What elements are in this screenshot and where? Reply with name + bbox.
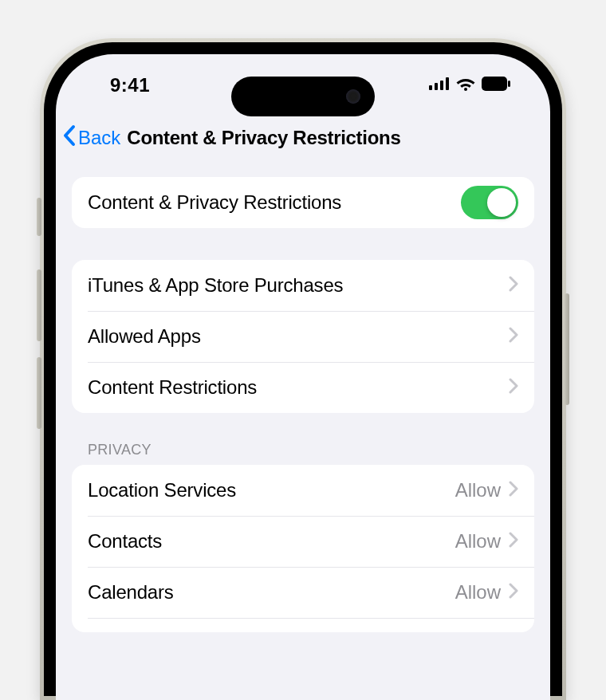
chevron-right-icon [509, 276, 518, 295]
svg-rect-1 [435, 83, 438, 90]
chevron-left-icon [62, 124, 77, 151]
side-button-volume-up [37, 269, 41, 341]
toggle-section: Content & Privacy Restrictions [72, 177, 534, 228]
row-value: Allow [455, 530, 501, 553]
itunes-purchases-row[interactable]: iTunes & App Store Purchases [72, 260, 534, 311]
svg-rect-3 [446, 77, 449, 90]
content-restrictions-row[interactable]: Content Restrictions [72, 362, 534, 413]
row-label: Allowed Apps [88, 325, 509, 348]
svg-point-4 [464, 88, 467, 91]
row-label: Content Restrictions [88, 376, 509, 399]
side-button-power [565, 293, 569, 405]
contacts-row[interactable]: Contacts Allow [72, 516, 534, 567]
chevron-right-icon [509, 481, 518, 500]
page-title: Content & Privacy Restrictions [127, 127, 400, 149]
chevron-right-icon [509, 532, 518, 551]
restrictions-section: iTunes & App Store Purchases Allowed App… [72, 260, 534, 413]
content-privacy-toggle-row[interactable]: Content & Privacy Restrictions [72, 177, 534, 228]
allowed-apps-row[interactable]: Allowed Apps [72, 311, 534, 362]
row-label: Location Services [88, 479, 455, 501]
front-camera-icon [346, 89, 360, 104]
back-label: Back [78, 127, 120, 149]
location-services-row[interactable]: Location Services Allow [72, 465, 534, 516]
svg-rect-0 [429, 85, 432, 90]
row-label: iTunes & App Store Purchases [88, 274, 509, 297]
partial-row [72, 618, 534, 632]
side-button-volume-down [37, 357, 41, 429]
wifi-icon [456, 77, 475, 94]
chevron-right-icon [509, 378, 518, 397]
calendars-row[interactable]: Calendars Allow [72, 567, 534, 618]
phone-screen: 9:41 [56, 54, 550, 700]
navigation-bar: Back Content & Privacy Restrictions [56, 116, 550, 158]
row-value: Allow [455, 581, 501, 604]
chevron-right-icon [509, 583, 518, 602]
status-indicators [429, 77, 510, 94]
svg-rect-5 [482, 77, 507, 91]
battery-icon [482, 77, 510, 94]
dynamic-island [231, 77, 375, 116]
side-button-silence [37, 198, 41, 236]
phone-device-frame: 9:41 [40, 38, 566, 700]
status-time: 9:41 [110, 74, 150, 96]
svg-rect-6 [508, 81, 510, 87]
chevron-right-icon [509, 327, 518, 346]
switch-knob [487, 188, 516, 217]
row-value: Allow [455, 479, 501, 501]
row-label: Calendars [88, 581, 455, 604]
svg-rect-2 [440, 81, 443, 90]
privacy-section: Location Services Allow Contacts Allow C… [72, 465, 534, 632]
privacy-section-header: Privacy [88, 442, 518, 458]
row-label: Contacts [88, 530, 455, 553]
toggle-row-label: Content & Privacy Restrictions [88, 191, 461, 214]
cellular-signal-icon [429, 77, 450, 93]
back-button[interactable]: Back [62, 124, 120, 151]
screen-content: Back Content & Privacy Restrictions Cont… [56, 116, 550, 700]
content-privacy-switch[interactable] [461, 186, 518, 219]
